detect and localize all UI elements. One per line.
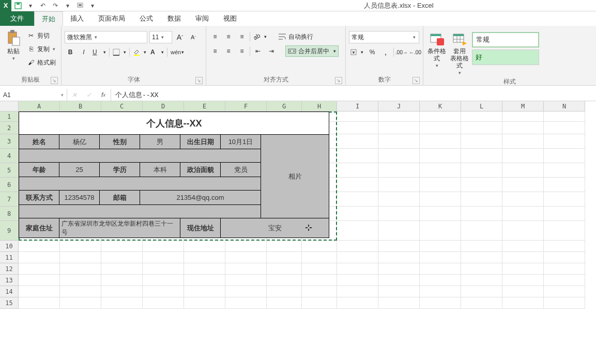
increase-decimal-icon[interactable]: .00→ bbox=[396, 46, 407, 58]
col-head-H[interactable]: H bbox=[302, 101, 337, 112]
cell[interactable] bbox=[337, 241, 378, 252]
label-birthdate[interactable]: 出生日期 bbox=[180, 135, 221, 149]
cell[interactable] bbox=[101, 252, 143, 263]
cell[interactable] bbox=[461, 286, 502, 297]
cell[interactable] bbox=[502, 122, 544, 134]
col-head-N[interactable]: N bbox=[544, 101, 585, 112]
cell[interactable] bbox=[502, 297, 544, 309]
cell[interactable] bbox=[19, 297, 60, 309]
cell[interactable] bbox=[19, 252, 60, 263]
cell[interactable] bbox=[267, 263, 302, 275]
cell[interactable] bbox=[544, 163, 585, 178]
cell[interactable] bbox=[544, 207, 585, 221]
cell[interactable] bbox=[60, 252, 101, 263]
align-right-icon[interactable]: ≡ bbox=[236, 45, 248, 57]
value-name[interactable]: 杨亿 bbox=[59, 135, 100, 149]
qat-arrow[interactable]: ▾ bbox=[25, 1, 36, 11]
value-current-address[interactable]: 宝安 bbox=[221, 218, 329, 238]
label-gender[interactable]: 性别 bbox=[100, 135, 140, 149]
cell[interactable] bbox=[544, 263, 585, 275]
col-head-G[interactable]: G bbox=[267, 101, 302, 112]
qat-arrow-3[interactable]: ▾ bbox=[87, 1, 98, 11]
row-head-7[interactable]: 7 bbox=[0, 192, 19, 207]
cell-style-good[interactable]: 好 bbox=[472, 50, 539, 65]
cell[interactable] bbox=[378, 252, 420, 263]
tab-insert[interactable]: 插入 bbox=[63, 11, 91, 26]
cell[interactable] bbox=[60, 241, 101, 252]
decrease-decimal-icon[interactable]: ←.00 bbox=[409, 46, 421, 58]
col-head-A[interactable]: A bbox=[19, 101, 60, 112]
cell[interactable] bbox=[184, 252, 225, 263]
col-head-K[interactable]: K bbox=[420, 101, 461, 112]
row-head-9[interactable]: 9 bbox=[0, 221, 19, 241]
col-head-J[interactable]: J bbox=[378, 101, 420, 112]
cell[interactable] bbox=[378, 275, 420, 286]
cell[interactable] bbox=[378, 163, 420, 178]
comma-icon[interactable]: , bbox=[380, 46, 391, 58]
cell[interactable] bbox=[461, 207, 502, 221]
cell[interactable] bbox=[101, 263, 143, 275]
fill-color-button[interactable]: ▾ bbox=[132, 46, 147, 58]
cell[interactable] bbox=[378, 286, 420, 297]
cell[interactable] bbox=[461, 122, 502, 134]
cell[interactable] bbox=[420, 241, 461, 252]
cell[interactable] bbox=[461, 275, 502, 286]
cell[interactable] bbox=[60, 286, 101, 297]
cell[interactable] bbox=[337, 134, 378, 149]
orientation-icon[interactable]: ab▾ bbox=[252, 31, 268, 42]
cell[interactable] bbox=[378, 149, 420, 163]
save-icon[interactable] bbox=[12, 1, 24, 11]
align-bottom-icon[interactable]: ≡ bbox=[236, 31, 248, 42]
cell[interactable] bbox=[544, 149, 585, 163]
cell[interactable] bbox=[337, 163, 378, 178]
italic-button[interactable]: I bbox=[78, 46, 89, 58]
cell[interactable] bbox=[420, 149, 461, 163]
cell[interactable] bbox=[461, 112, 502, 122]
cell[interactable] bbox=[225, 241, 267, 252]
cell[interactable] bbox=[502, 149, 544, 163]
cell[interactable] bbox=[420, 134, 461, 149]
cell[interactable] bbox=[101, 297, 143, 309]
cell[interactable] bbox=[420, 207, 461, 221]
decrease-indent-icon[interactable]: ⇤ bbox=[252, 45, 264, 57]
cell[interactable] bbox=[420, 221, 461, 241]
col-head-B[interactable]: B bbox=[60, 101, 101, 112]
cell[interactable] bbox=[337, 263, 378, 275]
cell[interactable] bbox=[143, 297, 184, 309]
cell[interactable] bbox=[502, 241, 544, 252]
font-size-combo[interactable]: 11▾ bbox=[149, 31, 172, 43]
align-left-icon[interactable]: ≡ bbox=[209, 45, 221, 57]
cell[interactable] bbox=[502, 178, 544, 192]
cell[interactable] bbox=[420, 286, 461, 297]
label-contact[interactable]: 联系方式 bbox=[19, 191, 59, 205]
value-gender[interactable]: 男 bbox=[140, 135, 180, 149]
cell[interactable] bbox=[502, 192, 544, 207]
table-cell[interactable] bbox=[19, 149, 261, 163]
col-head-D[interactable]: D bbox=[143, 101, 184, 112]
percent-icon[interactable]: % bbox=[366, 46, 378, 58]
cell[interactable] bbox=[19, 275, 60, 286]
cell[interactable] bbox=[302, 297, 337, 309]
cut-button[interactable]: ✂剪切 bbox=[25, 30, 58, 41]
cell[interactable] bbox=[225, 263, 267, 275]
border-button[interactable]: ▾ bbox=[112, 46, 127, 58]
cell[interactable] bbox=[544, 192, 585, 207]
conditional-format-button[interactable]: 条件格式 ▾ bbox=[426, 30, 447, 70]
cell[interactable] bbox=[19, 263, 60, 275]
cell[interactable] bbox=[337, 297, 378, 309]
col-head-M[interactable]: M bbox=[502, 101, 544, 112]
phonetic-button[interactable]: wén▾ bbox=[170, 46, 185, 58]
cell[interactable] bbox=[502, 263, 544, 275]
cell[interactable] bbox=[302, 263, 337, 275]
row-head-3[interactable]: 3 bbox=[0, 134, 19, 149]
cell[interactable] bbox=[19, 241, 60, 252]
format-as-table-button[interactable]: 套用 表格格式 ▾ bbox=[449, 30, 470, 77]
cell[interactable] bbox=[378, 297, 420, 309]
cell[interactable] bbox=[461, 221, 502, 241]
cell[interactable] bbox=[461, 252, 502, 263]
cell[interactable] bbox=[225, 275, 267, 286]
table-cell[interactable] bbox=[19, 177, 261, 191]
cell[interactable] bbox=[337, 221, 378, 241]
increase-indent-icon[interactable]: ⇥ bbox=[266, 45, 277, 57]
cell[interactable] bbox=[544, 221, 585, 241]
